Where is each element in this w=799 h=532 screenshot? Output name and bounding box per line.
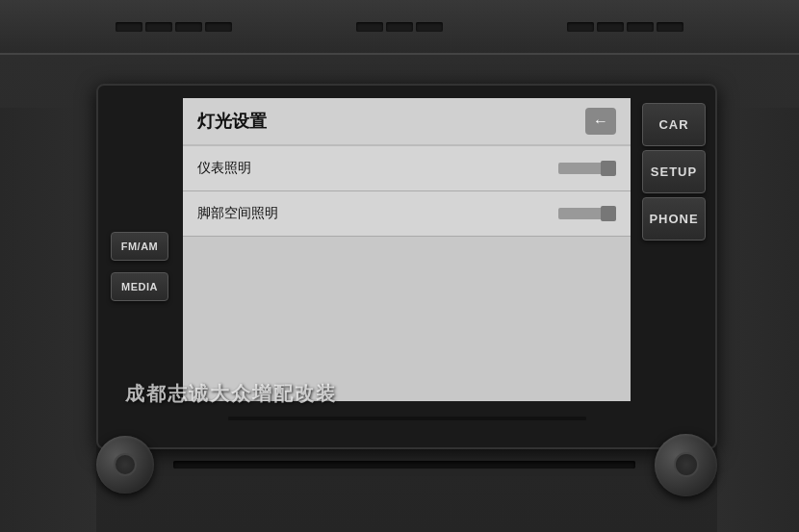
car-button[interactable]: CAR [642,103,706,146]
menu-item-label: 脚部空间照明 [197,205,278,222]
instrument-lighting-slider[interactable] [558,163,616,174]
vent-slot [567,22,594,32]
right-knob[interactable] [655,434,717,496]
vent-slot [597,22,624,32]
screen-header: 灯光设置 ← [183,98,631,145]
right-vent-group [567,22,683,32]
right-button-group: CAR SETUP PHONE [631,84,717,449]
top-vents [0,0,799,53]
vent-slot [116,22,142,32]
screen-content: 仪表照明 脚部空间照明 [183,145,631,401]
vent-slot [627,22,654,32]
main-panel: FM/AM MEDIA 灯光设置 ← 仪表照明 脚部空间照 [0,53,799,532]
media-button[interactable]: MEDIA [111,272,168,301]
vent-slot [205,22,232,32]
cd-slot [173,461,635,469]
vent-slot [657,22,683,32]
menu-item-footwell-lighting[interactable]: 脚部空间照明 [183,191,631,237]
setup-button[interactable]: SETUP [642,150,706,193]
left-vent-group [116,22,232,32]
left-knob[interactable] [96,436,154,494]
infotainment-screen: 灯光设置 ← 仪表照明 脚部空间照明 [183,98,631,435]
car-interior: FM/AM MEDIA 灯光设置 ← 仪表照明 脚部空间照 [0,0,799,532]
bottom-controls [96,417,717,513]
footwell-lighting-slider[interactable] [558,208,616,219]
vent-slot [175,22,202,32]
back-icon: ← [593,113,608,130]
vent-slot [356,22,383,32]
vent-slot [416,22,443,32]
back-button[interactable]: ← [585,108,616,135]
center-vent-group [356,22,443,32]
menu-item-label: 仪表照明 [197,160,251,177]
fm-am-button[interactable]: FM/AM [111,232,168,261]
screen-title: 灯光设置 [197,110,267,133]
vent-slot [386,22,413,32]
infotainment-unit: FM/AM MEDIA 灯光设置 ← 仪表照明 脚部空间照 [96,84,717,449]
side-panel-right [717,108,799,532]
left-button-group: FM/AM MEDIA [96,84,183,449]
phone-button[interactable]: PHONE [642,197,706,241]
menu-item-instrument-lighting[interactable]: 仪表照明 [183,145,631,191]
vent-slot [145,22,172,32]
side-panel-left [0,108,96,532]
